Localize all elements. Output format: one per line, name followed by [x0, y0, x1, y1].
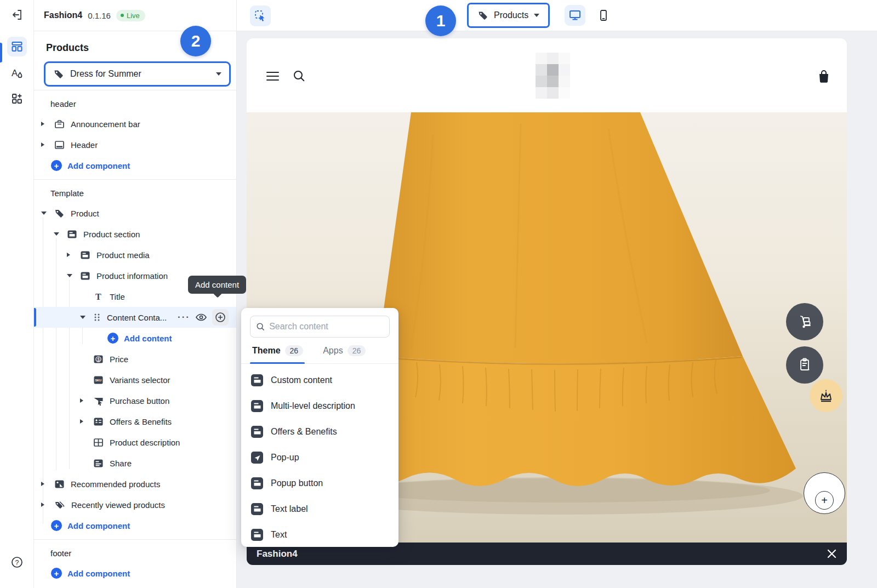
desktop-view-button[interactable]: [565, 5, 585, 26]
close-icon[interactable]: [827, 549, 837, 559]
offers-list-icon: [93, 416, 104, 427]
page-type-selector[interactable]: Products: [467, 3, 550, 28]
more-options-icon[interactable]: ···: [178, 312, 190, 323]
theme-header: Fashion4 0.1.16 Live: [34, 0, 236, 31]
chevron-down-icon: [216, 72, 221, 76]
tree-item-header[interactable]: Header: [34, 134, 236, 155]
store-logo-blurred[interactable]: [536, 53, 570, 99]
cart-bag-icon[interactable]: [817, 70, 830, 84]
caret-down-icon[interactable]: [67, 274, 72, 277]
section-card-icon: [80, 250, 90, 260]
tab-apps[interactable]: Apps 26: [323, 345, 366, 356]
caret-down-icon[interactable]: [80, 316, 86, 319]
tree-item-purchase-button[interactable]: Purchase button: [34, 390, 236, 411]
purchase-button-icon: [93, 396, 104, 406]
popup-tabs: Theme 26 Apps 26: [241, 338, 398, 364]
content-option-text-label[interactable]: Text label: [241, 496, 398, 522]
tree-item-content-container[interactable]: Content Conta... ···: [34, 307, 236, 328]
content-option-popup-button[interactable]: Popup button: [241, 470, 398, 496]
tag-icon: [54, 208, 65, 219]
sku-icon: SKU: [93, 375, 104, 385]
tree-item-price[interactable]: $ Price: [34, 349, 236, 369]
caret-right-icon[interactable]: [80, 419, 83, 424]
tree-item-recommended-products[interactable]: Recommended products: [34, 473, 236, 494]
hand-truck-icon: [796, 313, 813, 330]
visibility-eye-icon[interactable]: [195, 311, 207, 323]
section-card-icon: [80, 271, 90, 281]
add-component-link[interactable]: + Add component: [34, 155, 236, 176]
search-icon[interactable]: [293, 70, 305, 82]
content-card-icon: [253, 479, 261, 487]
add-component-link[interactable]: + Add component: [34, 515, 236, 536]
add-widget-button[interactable]: +: [804, 472, 845, 514]
caret-right-icon[interactable]: [41, 482, 44, 486]
caret-right-icon[interactable]: [67, 253, 70, 257]
tree-item-product-media[interactable]: Product media: [34, 244, 236, 265]
caret-down-icon[interactable]: [41, 212, 47, 215]
sections-tab-button[interactable]: [7, 37, 27, 56]
caret-right-icon[interactable]: [80, 398, 83, 403]
theme-styles-button[interactable]: A: [7, 63, 27, 83]
tree-item-variants-selector[interactable]: SKU Variants selector: [34, 369, 236, 390]
theme-version: 0.1.16: [88, 11, 111, 20]
rewards-widget-button[interactable]: [810, 379, 842, 412]
content-option-offers-benefits[interactable]: Offers & Benefits: [241, 419, 398, 444]
menu-hamburger-icon[interactable]: [266, 71, 280, 82]
divider: [34, 90, 236, 90]
select-tool-button[interactable]: [250, 5, 271, 26]
mobile-icon: [597, 9, 610, 22]
group-label-footer: footer: [34, 543, 236, 563]
tree-item-offers-benefits[interactable]: Offers & Benefits: [34, 411, 236, 432]
exit-editor-button[interactable]: [7, 5, 27, 25]
content-option-pop-up[interactable]: Pop-up: [241, 444, 398, 470]
tree-item-product[interactable]: Product: [34, 203, 236, 224]
tag-icon: [477, 10, 488, 21]
content-option-custom-content[interactable]: Custom content: [241, 367, 398, 393]
svg-text:A: A: [12, 68, 18, 78]
svg-text:T: T: [95, 292, 101, 301]
content-type-list: Custom content Multi-level description O…: [241, 364, 398, 551]
add-content-tooltip: Add content: [188, 276, 246, 294]
tree-item-announcement-bar[interactable]: Announcement bar: [34, 113, 236, 134]
section-card-icon: [67, 229, 77, 239]
content-option-text[interactable]: Text: [241, 522, 398, 547]
caret-right-icon[interactable]: [41, 122, 44, 126]
survey-widget-button[interactable]: [786, 346, 823, 384]
add-component-link[interactable]: + Add component: [34, 563, 236, 584]
help-button[interactable]: ?: [7, 552, 27, 572]
recommended-products-icon: [54, 479, 65, 489]
tree-item-share[interactable]: Share: [34, 453, 236, 473]
exit-icon: [11, 9, 23, 21]
tree-item-product-description[interactable]: Product description: [34, 432, 236, 453]
content-search-input[interactable]: [269, 322, 384, 332]
caret-down-icon[interactable]: [54, 232, 59, 236]
content-option-multi-level-description[interactable]: Multi-level description: [241, 393, 398, 419]
caret-right-icon[interactable]: [41, 142, 44, 147]
tab-theme[interactable]: Theme 26: [252, 345, 303, 356]
content-card-icon: [253, 505, 261, 513]
svg-text:$: $: [97, 356, 100, 362]
sections-icon: [10, 40, 24, 53]
live-status-badge: Live: [116, 10, 145, 21]
content-search-box[interactable]: [250, 316, 390, 338]
add-content-button[interactable]: [212, 309, 229, 326]
double-tag-icon: [54, 500, 65, 510]
tree-item-product-section[interactable]: Product section: [34, 224, 236, 244]
caret-right-icon[interactable]: [41, 503, 44, 507]
active-rail-indicator: [0, 43, 2, 62]
theme-count-badge: 26: [285, 345, 304, 356]
content-card-icon: [253, 376, 261, 384]
drag-handle-icon[interactable]: [93, 313, 101, 322]
mobile-view-button[interactable]: [593, 5, 614, 26]
sections-panel: Fashion4 0.1.16 Live Products Dress for …: [34, 0, 237, 588]
search-icon: [256, 322, 265, 332]
tree-item-recently-viewed-products[interactable]: Recently viewed products: [34, 494, 236, 515]
delivery-widget-button[interactable]: [786, 303, 823, 340]
add-content-popup: Theme 26 Apps 26 Custom content Multi-le…: [241, 308, 398, 547]
share-icon: [93, 458, 104, 469]
product-selector-dropdown[interactable]: Dress for Summer: [44, 61, 231, 87]
add-content-link[interactable]: + Add content: [34, 328, 236, 349]
apps-tab-button[interactable]: [7, 89, 27, 109]
group-label-template: Template: [34, 183, 236, 203]
announcement-bar-icon: [54, 119, 65, 129]
